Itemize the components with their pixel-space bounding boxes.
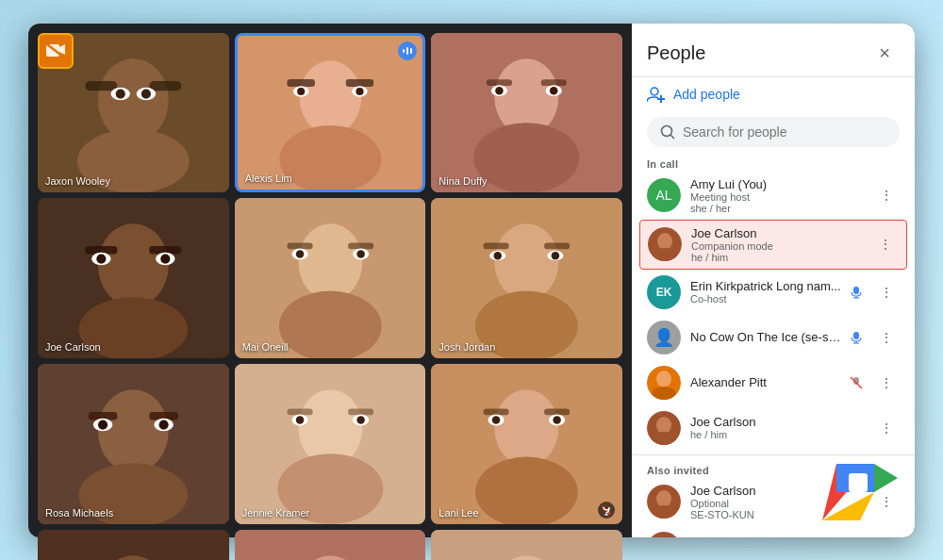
person-item[interactable]: AL Amy Lui (You) Meeting host she / her … — [632, 172, 915, 220]
svg-rect-15 — [287, 78, 315, 86]
svg-rect-7 — [149, 80, 181, 90]
svg-point-10 — [116, 89, 125, 98]
more-icon[interactable]: ⋮ — [873, 415, 900, 441]
video-name-label: Rosa Michaels — [45, 507, 113, 519]
more-icon[interactable]: ⋮ — [873, 324, 900, 351]
person-actions: ⋮ — [873, 182, 900, 208]
video-cell[interactable]: Rosa Michaels — [38, 364, 229, 524]
more-icon[interactable]: ⋮ — [873, 370, 900, 396]
avatar — [647, 411, 681, 445]
svg-rect-21 — [403, 49, 405, 53]
video-name-label: Nina Duffy — [438, 175, 487, 187]
person-info: No Cow On The Ice (se-sto... — [690, 330, 843, 344]
person-item-highlighted[interactable]: Joe Carlson Companion mode he / him ⋮ — [639, 220, 907, 270]
video-cell[interactable]: Alexis Lim — [235, 33, 426, 193]
svg-rect-149 — [853, 332, 859, 339]
search-input[interactable] — [683, 124, 886, 140]
svg-point-13 — [299, 60, 361, 135]
video-name-label: Joe Carlson — [45, 341, 101, 353]
person-actions: ⋮ — [873, 535, 900, 537]
svg-point-86 — [554, 416, 561, 423]
person-sub: he / him — [690, 429, 873, 440]
video-name-label: Mai Oneill — [242, 341, 289, 353]
svg-point-43 — [298, 224, 362, 302]
video-name-label: Alexis Lim — [245, 173, 292, 184]
add-people-button[interactable]: Add people — [632, 77, 915, 111]
person-sub: Co-host — [690, 293, 843, 305]
camera-off-button[interactable] — [38, 33, 74, 69]
svg-point-31 — [496, 86, 504, 93]
avatar — [647, 485, 681, 519]
video-cell[interactable]: Jennie Kramer — [235, 364, 426, 524]
mic-icon[interactable] — [843, 324, 869, 351]
mic-muted-icon[interactable] — [843, 370, 869, 396]
svg-point-19 — [297, 87, 305, 94]
svg-point-85 — [492, 416, 500, 423]
svg-point-139 — [662, 125, 672, 136]
svg-rect-55 — [544, 243, 570, 250]
svg-rect-54 — [484, 243, 509, 250]
person-name: Joe Carlson — [690, 535, 873, 537]
more-icon[interactable]: ⋮ — [873, 279, 900, 305]
video-cell[interactable]: Nina Duffy — [431, 33, 622, 193]
person-sub: Companion mode — [691, 240, 872, 252]
mic-icon[interactable] — [843, 279, 869, 305]
video-cell[interactable]: Elizabeth Adams — [235, 530, 426, 560]
svg-point-76 — [295, 416, 303, 423]
svg-point-41 — [160, 255, 170, 264]
svg-point-58 — [494, 252, 502, 259]
video-name-label: Lani Lee — [438, 507, 478, 519]
video-name-label: Jaxon Wooley — [45, 175, 110, 187]
person-actions: ⋮ — [873, 415, 900, 441]
person-item[interactable]: 👤 No Cow On The Ice (se-sto... ⋮ — [632, 315, 915, 360]
person-item[interactable]: Alexander Pitt ⋮ — [632, 360, 915, 405]
person-info: Joe Carlson Companion mode he / him — [691, 226, 872, 263]
more-icon[interactable]: ⋮ — [872, 231, 899, 257]
svg-point-80 — [475, 457, 578, 524]
svg-rect-146 — [853, 287, 859, 294]
svg-point-161 — [656, 490, 671, 507]
person-item[interactable]: Joe Carlson he / him ⋮ — [632, 526, 915, 537]
video-cell[interactable]: Joe Carlson — [38, 198, 229, 358]
speaking-indicator — [398, 41, 417, 60]
svg-rect-22 — [406, 47, 408, 55]
close-panel-button[interactable]: × — [869, 39, 900, 69]
svg-rect-170 — [849, 473, 868, 492]
svg-point-153 — [656, 371, 671, 387]
video-cell[interactable]: Mai Oneill — [235, 198, 426, 358]
svg-rect-106 — [431, 530, 622, 560]
svg-point-136 — [651, 88, 658, 95]
search-icon — [660, 124, 675, 140]
svg-point-68 — [159, 420, 169, 430]
person-name: Amy Lui (You) — [690, 177, 873, 191]
person-name: Alexander Pitt — [690, 375, 843, 389]
person-item[interactable]: EK Erin Kirkpatrick Long nam... Co-host … — [632, 270, 915, 315]
video-cell[interactable]: You — [431, 530, 622, 560]
svg-rect-72 — [287, 409, 312, 416]
svg-point-163 — [647, 532, 681, 537]
svg-point-49 — [295, 251, 303, 258]
person-sub2: she / her — [690, 203, 873, 214]
svg-rect-23 — [410, 48, 412, 54]
more-icon[interactable]: ⋮ — [873, 182, 900, 208]
video-cell[interactable]: Josh Jordan — [431, 198, 622, 358]
more-icon[interactable]: ⋮ — [873, 535, 900, 537]
person-sub: Meeting host — [690, 191, 873, 203]
svg-point-59 — [552, 252, 559, 259]
person-info: Erin Kirkpatrick Long nam... Co-host — [690, 279, 843, 305]
svg-rect-73 — [348, 409, 373, 416]
svg-point-26 — [474, 123, 580, 193]
svg-point-52 — [495, 224, 559, 302]
svg-point-20 — [356, 87, 363, 94]
svg-line-140 — [670, 135, 674, 139]
video-cell[interactable]: Hugo Novak — [38, 530, 229, 560]
person-item[interactable]: Joe Carlson he / him ⋮ — [632, 405, 915, 451]
person-actions: ⋮ — [843, 370, 900, 396]
video-cell[interactable]: Lani Lee — [431, 364, 622, 524]
video-name-label: Jennie Kramer — [242, 507, 310, 519]
svg-marker-168 — [874, 464, 898, 492]
person-name: Joe Carlson — [690, 415, 873, 429]
person-actions: ⋮ — [843, 279, 900, 305]
svg-point-34 — [98, 224, 169, 307]
svg-rect-27 — [487, 79, 512, 86]
